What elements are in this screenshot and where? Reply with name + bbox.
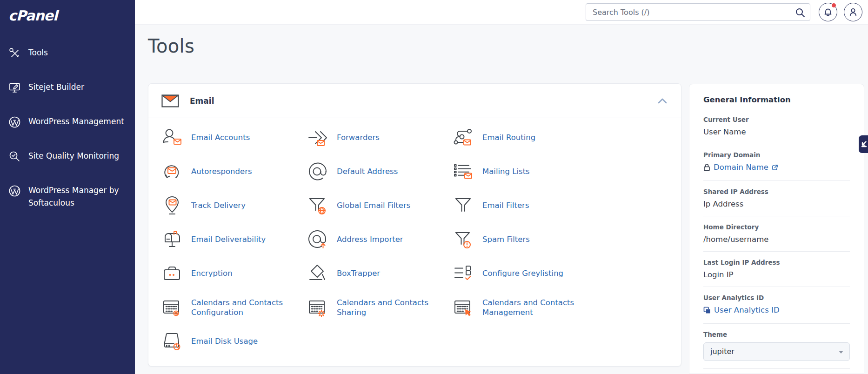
encryption-icon xyxy=(161,263,183,284)
copy-icon xyxy=(703,307,711,314)
configure-greylisting-icon xyxy=(453,263,474,284)
autoresponders-icon xyxy=(161,161,183,182)
email-section-header[interactable]: Email xyxy=(148,84,681,118)
tool-calendars-sharing[interactable]: Calendars and Contacts Sharing xyxy=(307,290,453,324)
boxtrapper-icon xyxy=(307,263,328,284)
statistics-panel-tab[interactable] xyxy=(859,135,868,153)
general-information-panel: General Information Current User User Na… xyxy=(689,84,864,374)
general-information-title: General Information xyxy=(703,95,850,104)
calendars-configuration-icon xyxy=(161,297,183,318)
tool-spam-filters[interactable]: Spam Filters xyxy=(453,222,598,256)
sidebar-nav: Tools Sitejet Builder WordPress Manageme… xyxy=(0,42,135,214)
tool-email-accounts[interactable]: Email Accounts xyxy=(161,120,307,154)
address-importer-icon xyxy=(307,229,328,250)
email-accounts-icon xyxy=(161,127,183,148)
external-link-icon xyxy=(772,164,778,171)
info-row-primary-domain: Primary Domain Domain Name xyxy=(703,144,850,181)
last-login-ip-value: Login IP xyxy=(703,270,850,279)
info-row-home-directory: Home Directory /home/username xyxy=(703,216,850,252)
topbar xyxy=(135,0,868,25)
chevron-up-icon xyxy=(657,97,668,105)
email-disk-usage-icon xyxy=(161,331,183,352)
info-row-last-login-ip: Last Login IP Address Login IP xyxy=(703,252,850,287)
cpanel-logo[interactable]: cPanel xyxy=(0,0,135,24)
current-user-value: User Name xyxy=(703,127,850,136)
tool-encryption[interactable]: Encryption xyxy=(161,256,307,290)
tool-email-filters[interactable]: Email Filters xyxy=(453,188,598,222)
tool-configure-greylisting[interactable]: Configure Greylisting xyxy=(453,256,598,290)
user-menu-button[interactable] xyxy=(844,3,862,21)
email-filters-icon xyxy=(453,195,474,216)
info-row-user-analytics-id: User Analytics ID User Analytics ID xyxy=(703,287,850,324)
search-icon[interactable] xyxy=(795,7,805,18)
sidebar-item-site-quality-monitoring[interactable]: Site Quality Monitoring xyxy=(0,146,135,180)
tool-mailing-lists[interactable]: Mailing Lists xyxy=(453,154,598,188)
calendars-sharing-icon xyxy=(307,297,328,318)
sidebar-item-wordpress-manager-softaculous[interactable]: WordPress Manager by Softaculous xyxy=(0,180,135,214)
spam-filters-icon xyxy=(453,229,474,250)
sidebar-item-tools[interactable]: Tools xyxy=(0,42,135,77)
search-input[interactable] xyxy=(586,4,810,20)
sidebar-item-label: Site Quality Monitoring xyxy=(28,151,119,160)
email-routing-icon xyxy=(453,127,474,148)
email-section-card: Email Email Accounts Forwarders xyxy=(148,83,681,367)
home-directory-value: /home/username xyxy=(703,235,850,244)
search-box xyxy=(586,3,810,21)
info-row-current-user: Current User User Name xyxy=(703,109,850,144)
global-email-filters-icon xyxy=(307,195,328,216)
info-row-shared-ip: Shared IP Address Ip Address xyxy=(703,181,850,216)
page-title: Tools xyxy=(148,35,194,57)
email-tools-grid: Email Accounts Forwarders Email Routing … xyxy=(148,118,681,358)
tool-autoresponders[interactable]: Autoresponders xyxy=(161,154,307,188)
tools-icon xyxy=(8,47,21,60)
tool-default-address[interactable]: Default Address xyxy=(307,154,453,188)
tool-email-disk-usage[interactable]: Email Disk Usage xyxy=(161,324,307,358)
tool-email-deliverability[interactable]: Email Deliverability xyxy=(161,222,307,256)
chevron-down-icon xyxy=(839,351,843,354)
user-icon xyxy=(848,7,859,18)
shared-ip-value: Ip Address xyxy=(703,200,850,208)
collapse-section-button[interactable] xyxy=(657,97,668,105)
expand-statistics-icon xyxy=(861,140,867,147)
default-address-icon xyxy=(307,161,328,182)
tool-calendars-management[interactable]: Calendars and Contacts Management xyxy=(453,290,598,324)
theme-select[interactable]: jupiter xyxy=(703,342,850,361)
mailing-lists-icon xyxy=(453,161,474,182)
sidebar-item-label: Sitejet Builder xyxy=(28,82,84,92)
lock-icon xyxy=(703,163,710,171)
sitejet-builder-icon xyxy=(8,81,21,94)
email-deliverability-icon xyxy=(161,229,183,250)
user-analytics-id-link[interactable]: User Analytics ID xyxy=(703,306,780,314)
track-delivery-icon xyxy=(161,195,183,216)
email-section-icon xyxy=(161,94,179,107)
email-section-title: Email xyxy=(190,96,214,106)
calendars-management-icon xyxy=(453,297,474,318)
sidebar-item-label: WordPress Management xyxy=(28,117,124,126)
tool-address-importer[interactable]: Address Importer xyxy=(307,222,453,256)
wordpress-icon xyxy=(8,116,21,128)
sidebar-item-sitejet-builder[interactable]: Sitejet Builder xyxy=(0,77,135,111)
sidebar-item-label: WordPress Manager by Softaculous xyxy=(28,186,119,207)
tool-forwarders[interactable]: Forwarders xyxy=(307,120,453,154)
tool-global-email-filters[interactable]: Global Email Filters xyxy=(307,188,453,222)
notifications-button[interactable] xyxy=(819,3,837,21)
tool-track-delivery[interactable]: Track Delivery xyxy=(161,188,307,222)
forwarders-icon xyxy=(307,127,328,148)
wordpress-icon xyxy=(8,185,21,197)
tool-calendars-configuration[interactable]: Calendars and Contacts Configuration xyxy=(161,290,307,324)
sidebar: cPanel Tools Sitejet Builder WordPress M… xyxy=(0,0,135,374)
bell-icon xyxy=(822,7,834,18)
primary-domain-link[interactable]: Domain Name xyxy=(703,163,778,172)
sidebar-item-label: Tools xyxy=(28,48,48,57)
sidebar-item-wordpress-management[interactable]: WordPress Management xyxy=(0,111,135,146)
tool-email-routing[interactable]: Email Routing xyxy=(453,120,598,154)
notification-dot xyxy=(832,3,836,7)
info-row-theme: Theme jupiter xyxy=(703,324,850,369)
site-quality-icon xyxy=(8,150,21,163)
tool-boxtrapper[interactable]: BoxTrapper xyxy=(307,256,453,290)
